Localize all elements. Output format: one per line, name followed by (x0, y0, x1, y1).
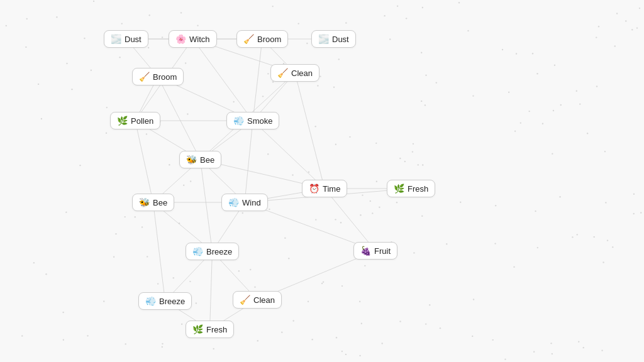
node-broom1[interactable]: 🧹Broom (236, 30, 288, 48)
node-emoji-clean1: 🧹 (277, 68, 288, 78)
node-label-breeze2: Breeze (159, 297, 185, 306)
node-emoji-pollen: 🌿 (117, 116, 128, 126)
node-emoji-fruit: 🍇 (360, 246, 371, 256)
node-broom2[interactable]: 🧹Broom (132, 68, 184, 85)
node-label-broom2: Broom (153, 72, 177, 82)
node-fruit[interactable]: 🍇Fruit (353, 242, 397, 260)
node-emoji-witch: 🌸 (175, 34, 186, 44)
node-breeze1[interactable]: 💨Breeze (186, 243, 239, 260)
node-emoji-time: ⏰ (309, 184, 319, 194)
node-emoji-breeze1: 💨 (192, 246, 203, 256)
node-fresh[interactable]: 🌿Fresh (387, 180, 435, 197)
svg-line-9 (253, 39, 262, 121)
node-emoji-dust2: 🌫️ (318, 34, 329, 44)
svg-line-21 (245, 121, 253, 202)
node-label-fresh2: Fresh (206, 325, 227, 334)
node-emoji-smoke: 💨 (233, 116, 244, 126)
node-label-time: Time (323, 184, 340, 194)
svg-line-15 (295, 73, 325, 189)
svg-line-12 (158, 77, 201, 160)
svg-line-6 (193, 39, 253, 121)
node-label-pollen: Pollen (131, 116, 153, 126)
svg-line-24 (201, 160, 213, 251)
svg-line-20 (253, 121, 325, 189)
node-smoke[interactable]: 💨Smoke (226, 112, 279, 129)
svg-line-37 (210, 251, 213, 329)
node-bee1[interactable]: 🐝Bee (179, 151, 221, 168)
node-emoji-breeze2: 💨 (145, 296, 156, 306)
node-label-bee1: Bee (200, 155, 214, 165)
node-clean1[interactable]: 🧹Clean (270, 64, 319, 82)
node-label-clean1: Clean (291, 69, 313, 78)
node-label-bee2: Bee (153, 198, 167, 207)
node-label-fruit: Fruit (374, 246, 391, 256)
node-wind[interactable]: 💨Wind (221, 194, 268, 211)
node-bee2[interactable]: 🐝Bee (132, 194, 174, 211)
node-label-breeze1: Breeze (206, 247, 232, 256)
node-label-dust1: Dust (125, 35, 142, 44)
svg-line-31 (153, 202, 165, 301)
node-label-fresh: Fresh (408, 184, 428, 194)
node-emoji-broom1: 🧹 (243, 34, 254, 44)
node-clean2[interactable]: 🧹Clean (233, 291, 282, 309)
node-label-wind: Wind (242, 198, 261, 207)
node-label-witch: Witch (189, 35, 210, 44)
node-label-dust2: Dust (332, 35, 349, 44)
node-label-smoke: Smoke (247, 116, 272, 126)
node-fresh2[interactable]: 🌿Fresh (186, 321, 234, 338)
node-dust1[interactable]: 🌫️Dust (104, 30, 148, 48)
node-emoji-dust1: 🌫️ (111, 34, 121, 44)
node-time[interactable]: ⏰Time (302, 180, 347, 197)
node-emoji-bee2: 🐝 (139, 197, 150, 207)
node-emoji-broom2: 🧹 (139, 72, 150, 82)
node-witch[interactable]: 🌸Witch (169, 30, 217, 48)
node-dust2[interactable]: 🌫️Dust (311, 30, 356, 48)
node-emoji-bee1: 🐝 (186, 155, 197, 165)
node-emoji-wind: 💨 (228, 197, 239, 207)
node-emoji-fresh2: 🌿 (192, 324, 203, 334)
svg-line-18 (135, 121, 153, 202)
node-breeze2[interactable]: 💨Breeze (138, 292, 192, 310)
node-emoji-fresh: 🌿 (394, 184, 404, 194)
node-emoji-clean2: 🧹 (240, 295, 250, 305)
node-label-clean2: Clean (253, 295, 275, 305)
node-label-broom1: Broom (257, 35, 281, 44)
node-pollen[interactable]: 🌿Pollen (110, 112, 160, 129)
